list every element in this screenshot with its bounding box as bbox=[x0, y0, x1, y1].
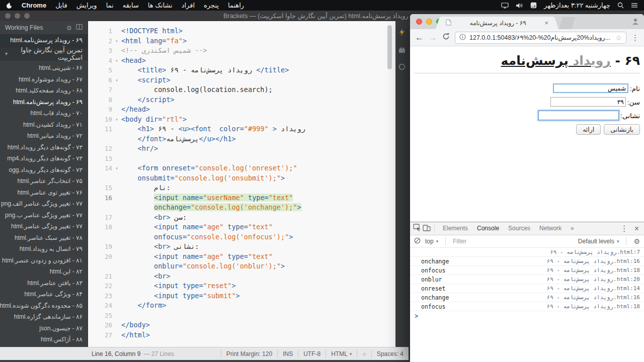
code-line[interactable]: <input type="reset"> bbox=[121, 281, 236, 291]
menubar-clock[interactable]: چهارشنبه ۳:۲۲ بعدازظهر bbox=[544, 2, 610, 9]
console-filter-input[interactable]: Filter bbox=[453, 238, 466, 245]
frame-context-selector[interactable]: top▾ bbox=[425, 238, 438, 245]
code-line[interactable]: </font>پرسش‌نامه</u></h1> bbox=[121, 134, 236, 144]
chrome-menu-icon[interactable]: ⋮ bbox=[631, 33, 639, 42]
code-line[interactable]: <html lang="fa"> bbox=[121, 36, 187, 46]
inspect-element-icon[interactable] bbox=[413, 224, 422, 233]
file-tree-item[interactable]: ۸۶ - سازماندهی گزاره.html bbox=[0, 311, 88, 323]
console-source-link[interactable]: ۶۹ - رویداد پرسش‌نامه.html:16 bbox=[547, 294, 640, 301]
file-tree-item[interactable]: ۷۵ - انتخاب‌گر عناصر.html bbox=[0, 175, 88, 187]
devtools-tab-console[interactable]: Console bbox=[472, 222, 504, 235]
menu-item[interactable]: نما bbox=[106, 2, 114, 9]
menu-item[interactable]: ویرایش bbox=[76, 2, 97, 9]
code-line[interactable]: <!-- شمیس اسکندری --> bbox=[121, 46, 207, 56]
code-line[interactable]: <br> bbox=[121, 272, 171, 282]
console-settings-icon[interactable]: ⚙ bbox=[633, 237, 640, 245]
file-tree-item[interactable]: ۷۱ - رویداد کشیدن.html bbox=[0, 119, 88, 131]
fold-arrow-icon[interactable]: ▾ bbox=[112, 75, 121, 85]
file-tree-item[interactable]: ۷۷ - تغییر ویژگی عناصر الف.png bbox=[0, 198, 88, 210]
code-line[interactable]: </form> bbox=[121, 301, 166, 311]
browser-tab[interactable]: ۶۹ - رویداد پرسش‌نامه × bbox=[441, 17, 553, 29]
file-tree-item[interactable]: ۷۷ - تغییر ویژگی عناصر.html bbox=[0, 221, 88, 232]
file-tree-item[interactable]: ۶۶ - شیرینی.html bbox=[0, 62, 88, 74]
code-line[interactable]: <head> bbox=[121, 56, 146, 66]
menu-item[interactable]: افراد bbox=[182, 2, 195, 9]
code-line[interactable]: <br> نشانی: bbox=[121, 242, 199, 252]
menu-item[interactable]: نشانک ها bbox=[148, 2, 173, 9]
extension-manager-icon[interactable] bbox=[398, 46, 406, 55]
text-input[interactable] bbox=[553, 83, 628, 93]
indent-setting[interactable]: Spaces: 4 bbox=[371, 350, 409, 358]
code-line[interactable]: </head> bbox=[121, 105, 150, 115]
code-line[interactable]: onblur="console.log('onblur');"> bbox=[121, 261, 285, 272]
code-line[interactable]: <script> bbox=[121, 75, 171, 85]
code-editor[interactable]: 1<!DOCTYPE html>2▾<html lang="fa">3<!-- … bbox=[88, 21, 395, 347]
code-line[interactable]: نام: bbox=[121, 183, 171, 193]
live-preview-icon[interactable] bbox=[398, 28, 406, 38]
url-text[interactable]: 127.0.0.1:50483/۶۹%20-%20رویداد%20پرسش‌ن… bbox=[469, 34, 612, 41]
code-line[interactable]: console.log(location.search); bbox=[121, 85, 273, 95]
code-line[interactable]: onfocus="console.log('onfocus');"> bbox=[121, 232, 293, 242]
file-tree-item[interactable]: ۸۳ - یافتن عناصر.html bbox=[0, 278, 88, 289]
file-tree-item[interactable]: ۶۹ - رویداد پرسش‌نامه.html bbox=[0, 97, 88, 108]
info-icon[interactable] bbox=[459, 34, 466, 42]
close-window-button[interactable] bbox=[5, 13, 11, 19]
menu-item[interactable]: راهنما bbox=[228, 2, 244, 9]
close-window-button[interactable] bbox=[416, 19, 422, 25]
file-tree-item[interactable]: ۸۴ - ویژگی عناصر.html bbox=[0, 289, 88, 300]
code-line[interactable]: <!DOCTYPE html> bbox=[121, 26, 183, 36]
reload-button[interactable] bbox=[442, 33, 450, 42]
insert-mode-indicator[interactable]: INS bbox=[277, 350, 298, 358]
code-line[interactable]: </script> bbox=[121, 95, 175, 105]
console-source-link[interactable]: ۶۹ - رویداد پرسش‌نامه.html:7 bbox=[550, 249, 640, 255]
console-source-link[interactable]: ۶۹ - رویداد پرسش‌نامه.html:18 bbox=[547, 303, 640, 310]
notification-center-icon[interactable] bbox=[631, 3, 638, 8]
close-tab-icon[interactable]: × bbox=[544, 19, 548, 27]
file-tree-item[interactable]: ۷۷ - تغییر ویژگی عناصر ب.png bbox=[0, 210, 88, 221]
fold-arrow-icon[interactable]: ▾ bbox=[112, 56, 121, 66]
minimize-window-button[interactable] bbox=[426, 19, 432, 25]
profile-avatar-icon[interactable] bbox=[631, 18, 639, 28]
code-line[interactable]: <input name="age" type="text" bbox=[121, 222, 273, 232]
split-view-icon[interactable] bbox=[76, 24, 83, 31]
menu-item[interactable]: سابقه bbox=[123, 2, 139, 9]
devtools-tab-sources[interactable]: Sources bbox=[504, 222, 535, 235]
fold-arrow-icon[interactable]: ▾ bbox=[112, 36, 121, 46]
file-tree-item[interactable]: ۷۶ - تغییر توی عناصر.html bbox=[0, 187, 88, 199]
file-tree-item[interactable]: ۷۳ - گونه‌های دیگر رویداد.ogg bbox=[0, 164, 88, 176]
forward-button[interactable]: → bbox=[429, 33, 437, 42]
console-source-link[interactable]: ۶۹ - رویداد پرسش‌نامه.html:14 bbox=[547, 285, 640, 292]
code-line[interactable]: <title> ۶۹ - رویداد پرسش‌نامه </title> bbox=[121, 65, 289, 75]
code-line[interactable]: <hr/> bbox=[121, 144, 158, 154]
code-line[interactable]: </body> bbox=[121, 320, 150, 330]
file-tree-item[interactable]: ۷۰ - رویداد قاب.html bbox=[0, 108, 88, 119]
code-line[interactable]: onchange="console.log('onchange');"> bbox=[121, 203, 301, 213]
lint-status-icon[interactable]: ○ bbox=[357, 350, 371, 358]
working-file-item[interactable]: ۶۹ - رویداد پرسش‌نامه.html bbox=[0, 34, 88, 47]
devtools-menu-icon[interactable]: ⋮ bbox=[620, 224, 628, 233]
apple-menu-icon[interactable] bbox=[6, 2, 13, 9]
zoom-window-button[interactable] bbox=[24, 13, 30, 19]
file-tree-item[interactable]: ۶۷ - رویداد موشواره.html bbox=[0, 74, 88, 85]
reset-button[interactable]: بازنشانی bbox=[604, 124, 640, 135]
print-margin-indicator[interactable]: Print Margin: 120 bbox=[221, 350, 277, 358]
menu-item[interactable]: فایل bbox=[55, 2, 67, 9]
spotlight-search-icon[interactable] bbox=[617, 2, 624, 9]
fold-arrow-icon[interactable]: ▾ bbox=[112, 115, 121, 125]
code-line[interactable]: <input type="submit"> bbox=[121, 291, 240, 301]
bookmark-star-icon[interactable]: ☆ bbox=[615, 34, 622, 42]
text-input[interactable] bbox=[538, 111, 619, 120]
console-source-link[interactable]: ۶۹ - رویداد پرسش‌نامه.html:20 bbox=[547, 276, 640, 283]
code-line[interactable]: <body dir="rtl"> bbox=[121, 115, 187, 125]
file-tree-item[interactable]: ۷۸ - تغییر سبک عناصر.html bbox=[0, 232, 88, 244]
file-tree-item[interactable]: ۷۳ - گونه‌های دیگر رویداد.html bbox=[0, 142, 88, 153]
code-line[interactable]: <h1> ۶۹ - <u><font color="#999" > رویداد bbox=[121, 124, 305, 134]
code-line[interactable]: <input name="age" type="text" bbox=[121, 252, 273, 262]
console-prompt[interactable]: > bbox=[410, 311, 644, 321]
project-dropdown[interactable]: تمرین آیین نگارش جاوا اسکریپت ▾ bbox=[0, 47, 88, 60]
file-tree-item[interactable]: ۸۸ - آژاکس.html bbox=[0, 334, 88, 345]
devtools-more-tabs-icon[interactable]: » bbox=[566, 222, 579, 235]
file-tree-item[interactable]: ۸۱ - افزودن و زدودن عنصر.html bbox=[0, 255, 88, 266]
input-source-icon[interactable]: ف bbox=[530, 2, 537, 9]
menu-item[interactable]: پنجره bbox=[204, 2, 219, 9]
